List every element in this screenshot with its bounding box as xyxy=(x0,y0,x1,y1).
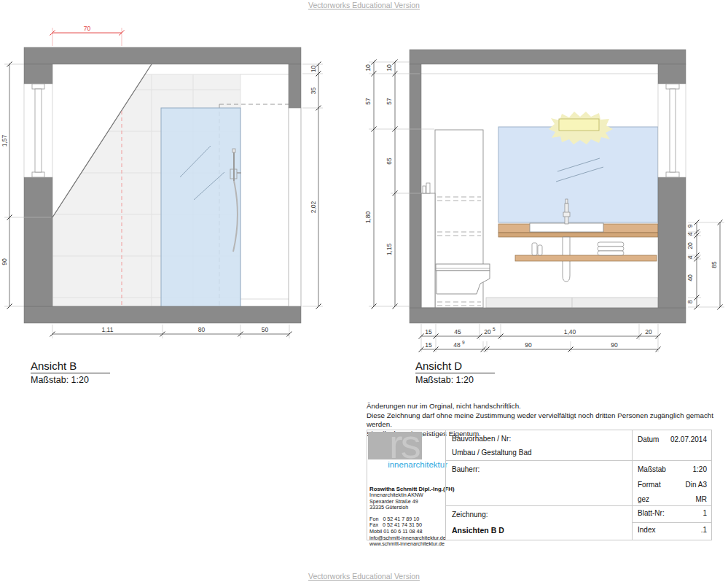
logo-subtitle: innenarchitektur xyxy=(388,460,447,469)
wall-shelf xyxy=(515,255,657,261)
datum-label: Datum xyxy=(638,435,659,443)
wall-right-lower xyxy=(658,177,686,308)
right-wall-window xyxy=(658,84,686,177)
dim-label-superscript: 9 xyxy=(462,340,465,345)
dim-label: 85 xyxy=(711,261,718,268)
dimension-chain-bottom: 1,11 80 50 xyxy=(50,325,292,338)
dim-label: 65 xyxy=(385,158,393,165)
svg-text:Maßstab: 1:20: Maßstab: 1:20 xyxy=(31,375,89,385)
index-value: .1 xyxy=(701,526,707,534)
blatt-nr-value: 1 xyxy=(702,509,707,517)
dim-label: 8 xyxy=(686,300,694,303)
address-block: Roswitha Schmitt Dipl.-Ing.(FH) Innenarc… xyxy=(369,486,455,548)
wall-left-lower xyxy=(24,177,52,306)
dim-label: 48 xyxy=(453,341,461,349)
dim-label: 50 xyxy=(262,326,269,333)
dim-label: 1,15 xyxy=(385,243,393,255)
bauvorhaben-label: Bauvorhaben / Nr: xyxy=(452,435,511,443)
title-block-meta-column: Datum 02.07.2014 Maßstab 1:20 Format Din… xyxy=(632,430,711,540)
dimension-red-top: 70 xyxy=(50,25,125,46)
bauvorhaben-value: Umbau / Gestaltung Bad xyxy=(452,449,532,457)
dim-label: 2,02 xyxy=(310,201,317,213)
dim-label: 1,80 xyxy=(364,211,372,223)
dim-label: 40 xyxy=(686,274,694,282)
title-block-main-column: Bauvorhaben / Nr: Umbau / Gestaltung Bad… xyxy=(445,430,633,540)
title-block: rs innenarchitektur Roswitha Schmitt Dip… xyxy=(367,430,712,540)
dim-label: 4 xyxy=(686,232,694,236)
wall-top xyxy=(410,50,686,64)
dim-label: 10 xyxy=(364,64,372,71)
view-title-b: Ansicht B Maßstab: 1:20 xyxy=(31,360,110,385)
dim-label: 90 xyxy=(525,341,532,349)
format-value: Din A3 xyxy=(686,481,707,489)
half-wall-partition xyxy=(421,183,435,308)
vectorworks-watermark-top: Vectorworks Educational Version xyxy=(0,1,728,9)
notice-line: Änderungen nur im Orginal, nicht handsch… xyxy=(367,402,716,411)
dim-label: 20 xyxy=(686,242,694,249)
elevation-ansicht-d: 10 57 1,80 10 57 65 1,15 9 4 20 4 40 8 8… xyxy=(361,22,728,390)
wall-right-upper xyxy=(658,64,686,84)
dimension-chain-bottom-row2: 15 48 9 90 90 xyxy=(419,340,661,352)
wall-left-column xyxy=(410,64,421,308)
address-website: www.schmitt-innenarchitektur.de xyxy=(369,541,455,548)
dim-label: 45 xyxy=(454,328,461,335)
zeichnung-value: Ansichten B D xyxy=(452,526,504,535)
shower-glass-panel xyxy=(161,108,240,307)
skirting-band xyxy=(486,298,658,308)
dimension-chain-right-outer: 85 xyxy=(711,220,723,310)
address-line: 33335 Gütersloh xyxy=(369,505,455,511)
dim-label: 4 xyxy=(686,255,694,259)
index-label: Index xyxy=(638,526,655,534)
dim-label: 35 xyxy=(310,88,317,95)
massstab-value: 1:20 xyxy=(693,465,707,473)
blatt-nr-label: Blatt-Nr: xyxy=(638,509,665,517)
datum-value: 02.07.2014 xyxy=(670,435,707,443)
format-label: Format xyxy=(638,481,661,489)
dim-label: 90 xyxy=(611,341,618,349)
dim-label: 20 xyxy=(484,328,491,335)
wall-bottom xyxy=(410,308,686,323)
notice-line: Diese Zeichnung darf ohne meine Zustimmu… xyxy=(367,411,716,430)
title-block-logo-column: rs innenarchitektur Roswitha Schmitt Dip… xyxy=(367,430,445,540)
dim-label: 20 xyxy=(645,328,652,335)
dim-label: 70 xyxy=(84,25,91,32)
wall-right-segment xyxy=(289,64,301,108)
dim-label: 90 xyxy=(1,258,8,265)
dim-label: 57 xyxy=(364,98,372,105)
vanity-counter xyxy=(498,223,658,237)
dim-label-superscript: 5 xyxy=(493,327,496,332)
dimension-chain-right-inner: 9 4 20 4 40 8 xyxy=(686,220,724,310)
svg-text:Ansicht B: Ansicht B xyxy=(31,360,77,372)
dim-label: 10 xyxy=(310,66,317,73)
view-title-d: Ansicht D Maßstab: 1:20 xyxy=(415,360,495,385)
vectorworks-watermark-bottom: Vectorworks Educational Version xyxy=(0,572,728,581)
gez-value: MR xyxy=(695,495,707,503)
wall-bottom xyxy=(24,306,301,323)
dimension-chain-right: 10 35 2,02 xyxy=(302,62,323,309)
zeichnung-label: Zeichnung: xyxy=(452,511,488,519)
svg-text:Maßstab: 1:20: Maßstab: 1:20 xyxy=(415,375,474,385)
massstab-label: Maßstab xyxy=(638,465,666,473)
towel-stack xyxy=(598,242,624,255)
wall-right-open xyxy=(289,108,301,306)
gez-label: gez xyxy=(638,495,649,503)
elevation-ansicht-b: 70 1,57 90 10 35 2,02 1,11 80 50 Ansicht… xyxy=(0,22,350,390)
dim-label: 9 xyxy=(686,224,694,228)
dim-label: 57 xyxy=(385,98,393,105)
drawing-sheet: { "watermark_top": "Vectorworks Educatio… xyxy=(0,0,728,582)
dim-label: 10 xyxy=(385,64,393,71)
dimension-chain-left-inner: 10 57 65 1,15 xyxy=(385,60,398,309)
left-wall-window xyxy=(24,84,52,177)
dim-label: 1,57 xyxy=(1,134,8,147)
svg-text:Ansicht D: Ansicht D xyxy=(415,360,462,372)
shelf-bottles xyxy=(532,243,542,255)
dim-label: 1,11 xyxy=(102,326,114,333)
sink-front xyxy=(530,223,603,232)
bauherr-label: Bauherr: xyxy=(452,465,480,473)
dim-label: 15 xyxy=(425,328,432,335)
wall-left-upper xyxy=(24,64,52,84)
niche-lines xyxy=(240,74,289,299)
dim-label: 80 xyxy=(198,326,206,333)
dim-label: 1,40 xyxy=(564,328,576,335)
dim-label: 15 xyxy=(425,341,432,349)
